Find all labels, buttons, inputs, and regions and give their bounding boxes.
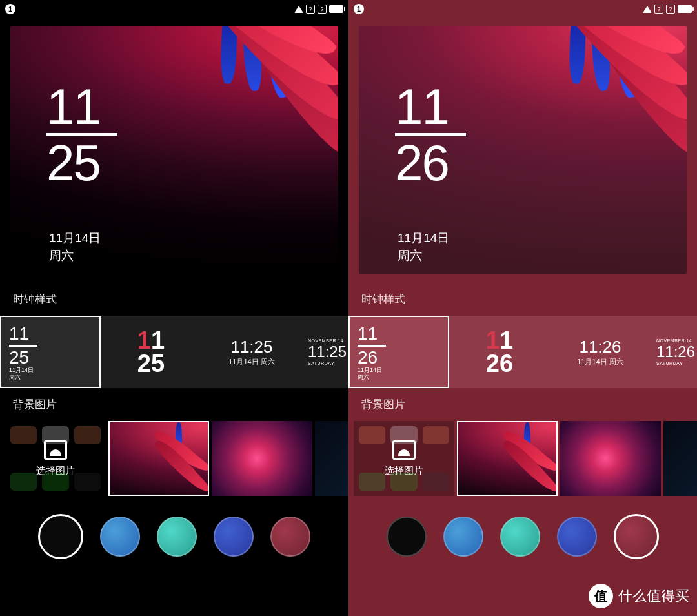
choose-image-button[interactable]: 选择图片 [5, 421, 106, 496]
notification-badge: 1 [354, 4, 364, 14]
clock-minute: 25 [46, 140, 117, 185]
wallpaper-feathers [106, 26, 338, 274]
clock-date: 11月14日 周六 [49, 230, 101, 264]
signal-icon: ? [306, 5, 315, 14]
watermark-icon: 值 [589, 584, 613, 608]
wallpaper-option-feather[interactable] [457, 421, 558, 496]
clock-style-1[interactable]: 11 25 11月14日周六 [0, 316, 101, 388]
choose-image-button[interactable]: 选择图片 [354, 421, 454, 496]
wallpaper-option-feather[interactable] [108, 421, 209, 496]
clock-style-carousel[interactable]: 11 25 11月14日周六 11 25 11:25 11月14日 周六 NOV… [0, 316, 348, 388]
clock-hour: 11 [46, 84, 117, 129]
gallery-icon [44, 440, 67, 460]
color-teal[interactable] [500, 517, 540, 557]
color-darkblue[interactable] [214, 517, 254, 557]
signal-icon: ? [318, 5, 327, 14]
background-carousel[interactable]: 选择图片 [0, 421, 348, 498]
color-blue[interactable] [443, 517, 483, 557]
accent-color-row [0, 498, 348, 559]
wifi-icon [294, 6, 303, 13]
clock-style-carousel[interactable]: 11 26 11月14日周六 11 26 11:26 11月14日 周六 NOV… [348, 316, 697, 388]
wallpaper-option-nebula[interactable] [212, 421, 312, 496]
wallpaper-feathers [454, 26, 687, 274]
color-blue[interactable] [100, 517, 140, 557]
phone-screen-red: 1 ? ? 11 26 11月14日 周六 时钟样式 11 26 [348, 0, 697, 616]
clock-minute: 26 [395, 140, 466, 185]
wallpaper-option-nebula[interactable] [560, 421, 661, 496]
signal-icon: ? [666, 5, 675, 14]
clock-widget: 11 26 [395, 84, 466, 185]
color-red[interactable] [270, 517, 310, 557]
background-carousel[interactable]: 选择图片 [348, 421, 697, 498]
watermark: 值 什么值得买 [589, 584, 689, 608]
clock-style-2[interactable]: 11 26 [449, 316, 550, 388]
lockscreen-preview: 11 26 11月14日 周六 [359, 26, 687, 274]
status-bar: 1 ? ? [0, 0, 348, 18]
gallery-icon [392, 440, 416, 460]
status-bar: 1 ? ? [348, 0, 697, 18]
watermark-text: 什么值得买 [618, 586, 689, 606]
clock-style-1[interactable]: 11 26 11月14日周六 [348, 316, 449, 388]
section-background: 背景图片 [0, 388, 348, 421]
color-teal[interactable] [157, 517, 197, 557]
wifi-icon [643, 6, 652, 13]
notification-badge: 1 [5, 4, 15, 14]
section-clock-style: 时钟样式 [0, 283, 348, 316]
color-darkblue[interactable] [557, 517, 597, 557]
color-red[interactable] [614, 514, 659, 559]
lockscreen-preview: 11 25 11月14日 周六 [10, 26, 338, 274]
clock-style-4[interactable]: NOVEMBER 14 11:26 SATURDAY [651, 316, 697, 388]
wallpaper-option-dark[interactable] [663, 421, 697, 496]
color-black[interactable] [387, 517, 427, 557]
clock-style-4[interactable]: NOVEMBER 14 11:25 SATURDAY [302, 316, 348, 388]
clock-hour: 11 [395, 84, 466, 129]
clock-widget: 11 25 [46, 84, 117, 185]
wallpaper-option-dark[interactable] [315, 421, 348, 496]
section-background: 背景图片 [348, 388, 697, 421]
battery-icon [678, 5, 692, 13]
clock-style-3[interactable]: 11:26 11月14日 周六 [550, 316, 651, 388]
battery-icon [329, 5, 343, 13]
clock-style-2[interactable]: 11 25 [101, 316, 201, 388]
signal-icon: ? [654, 5, 663, 14]
clock-date: 11月14日 周六 [398, 230, 449, 264]
phone-screen-dark: 1 ? ? 11 25 11月14日 周六 时钟样式 11 25 [0, 0, 348, 616]
section-clock-style: 时钟样式 [348, 283, 697, 316]
accent-color-row [348, 498, 697, 559]
color-black[interactable] [38, 514, 83, 559]
clock-style-3[interactable]: 11:25 11月14日 周六 [201, 316, 302, 388]
